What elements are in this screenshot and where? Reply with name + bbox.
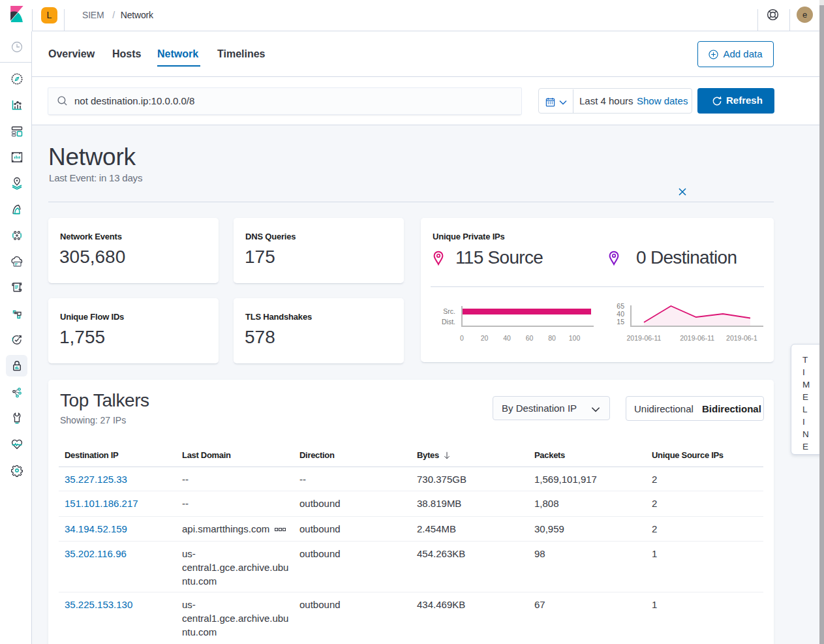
svg-text:2019-06-11: 2019-06-11	[680, 334, 714, 342]
svg-text:20: 20	[481, 334, 489, 342]
svg-text:2019-06-11: 2019-06-11	[627, 334, 662, 342]
svg-text:40: 40	[503, 334, 511, 342]
svg-text:80: 80	[548, 334, 556, 342]
svg-text:40: 40	[617, 310, 624, 318]
svg-text:65: 65	[617, 302, 624, 310]
svg-text:100: 100	[569, 334, 581, 342]
svg-text:2019-06-1: 2019-06-1	[726, 334, 757, 342]
svg-text:0: 0	[460, 334, 464, 342]
svg-text:Src.: Src.	[443, 307, 455, 315]
svg-text:15: 15	[617, 318, 624, 326]
svg-text:Dist.: Dist.	[442, 318, 455, 326]
svg-text:60: 60	[526, 334, 534, 342]
